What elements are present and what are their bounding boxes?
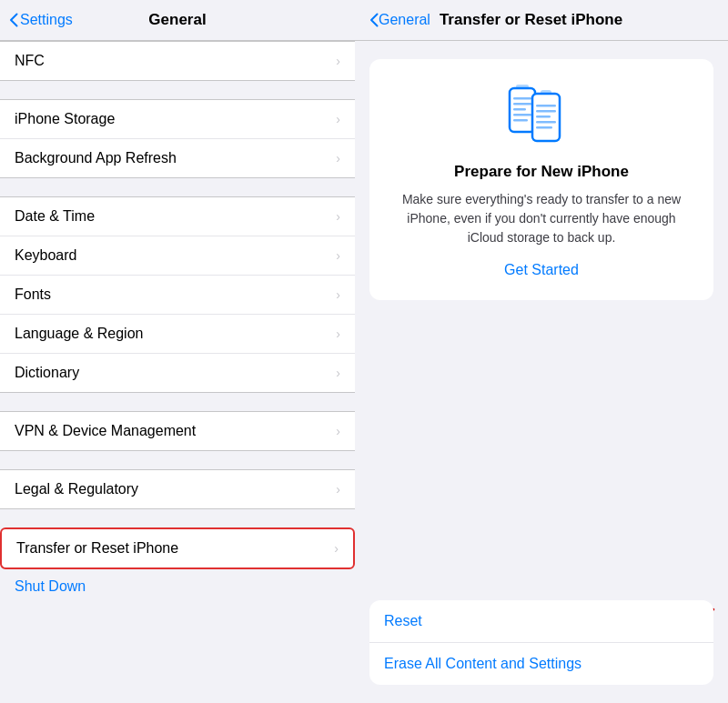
svg-rect-8 [536, 105, 556, 107]
fonts-cell[interactable]: Fonts › [0, 276, 355, 315]
shut-down-button[interactable]: Shut Down [0, 569, 355, 604]
bottom-section: Reset Erase All Content and Settings [369, 600, 713, 685]
group3: VPN & Device Management › [0, 411, 355, 451]
get-started-button[interactable]: Get Started [504, 262, 579, 278]
nfc-cell[interactable]: NFC › [0, 41, 355, 81]
group4-cells: Legal & Regulatory › [0, 469, 355, 509]
transfer-reset-label: Transfer or Reset iPhone [16, 540, 178, 557]
legal-cell[interactable]: Legal & Regulatory › [0, 470, 355, 508]
svg-rect-13 [541, 90, 551, 95]
phone-icon [505, 81, 578, 148]
svg-rect-5 [513, 114, 531, 116]
dictionary-label: Dictionary [15, 365, 79, 381]
iphone-storage-chevron: › [336, 112, 340, 126]
svg-rect-11 [536, 121, 556, 124]
legal-chevron: › [336, 482, 340, 497]
group1-cells: iPhone Storage › Background App Refresh … [0, 99, 355, 178]
dictionary-cell[interactable]: Dictionary › [0, 354, 355, 392]
keyboard-chevron: › [336, 248, 340, 263]
legal-label: Legal & Regulatory [15, 481, 138, 497]
right-nav-title: Transfer or Reset iPhone [440, 11, 622, 29]
language-region-label: Language & Region [15, 326, 143, 342]
group2: Date & Time › Keyboard › Fonts › Languag… [0, 196, 355, 393]
transfer-reset-cell[interactable]: Transfer or Reset iPhone › [0, 527, 355, 569]
transfer-group: Transfer or Reset iPhone › [0, 527, 355, 569]
background-app-refresh-chevron: › [336, 151, 340, 166]
iphone-storage-cell[interactable]: iPhone Storage › [0, 100, 355, 139]
right-nav-bar: General Transfer or Reset iPhone [355, 0, 728, 41]
settings-list: NFC › iPhone Storage › Background App Re… [0, 41, 355, 703]
svg-rect-2 [513, 97, 531, 100]
svg-rect-1 [516, 85, 529, 88]
vpn-label: VPN & Device Management [15, 423, 196, 439]
svg-rect-6 [513, 119, 528, 122]
iphone-storage-label: iPhone Storage [15, 111, 115, 127]
date-time-cell[interactable]: Date & Time › [0, 197, 355, 236]
spacer [369, 315, 713, 586]
prepare-desc: Make sure everything's ready to transfer… [388, 190, 695, 247]
date-time-label: Date & Time [15, 208, 95, 225]
svg-rect-4 [513, 108, 526, 111]
keyboard-cell[interactable]: Keyboard › [0, 236, 355, 276]
left-back-label: Settings [20, 12, 73, 28]
dictionary-chevron: › [336, 366, 340, 380]
right-back-label: General [379, 12, 430, 28]
right-panel: General Transfer or Reset iPhone [355, 0, 728, 703]
group2-cells: Date & Time › Keyboard › Fonts › Languag… [0, 196, 355, 393]
bottom-options-group: Reset Erase All Content and Settings [369, 600, 713, 685]
keyboard-label: Keyboard [15, 247, 77, 264]
right-content: Prepare for New iPhone Make sure everyth… [355, 41, 728, 703]
right-back-button[interactable]: General [369, 12, 430, 28]
left-panel: Settings General NFC › iPhone Storage › … [0, 0, 355, 703]
left-nav-bar: Settings General [0, 0, 355, 41]
group3-cells: VPN & Device Management › [0, 411, 355, 451]
vpn-cell[interactable]: VPN & Device Management › [0, 412, 355, 450]
svg-rect-3 [513, 103, 531, 105]
svg-rect-9 [536, 110, 556, 113]
background-app-refresh-cell[interactable]: Background App Refresh › [0, 139, 355, 177]
svg-rect-10 [536, 115, 551, 118]
left-nav-title: General [148, 11, 206, 29]
nfc-label: NFC [15, 53, 45, 69]
group4: Legal & Regulatory › [0, 469, 355, 509]
fonts-label: Fonts [15, 286, 51, 303]
language-region-chevron: › [336, 326, 340, 341]
transfer-reset-chevron: › [334, 541, 339, 556]
language-region-cell[interactable]: Language & Region › [0, 315, 355, 354]
nfc-chevron: › [336, 54, 340, 68]
svg-rect-12 [536, 126, 552, 129]
erase-all-cell[interactable]: Erase All Content and Settings [369, 643, 713, 685]
fonts-chevron: › [336, 287, 340, 302]
background-app-refresh-label: Background App Refresh [15, 150, 177, 166]
reset-cell[interactable]: Reset [369, 600, 713, 643]
left-back-button[interactable]: Settings [9, 12, 73, 28]
date-time-chevron: › [336, 209, 340, 224]
prepare-title: Prepare for New iPhone [454, 163, 629, 181]
group1: iPhone Storage › Background App Refresh … [0, 99, 355, 178]
vpn-chevron: › [336, 424, 340, 438]
prepare-card: Prepare for New iPhone Make sure everyth… [369, 59, 713, 300]
